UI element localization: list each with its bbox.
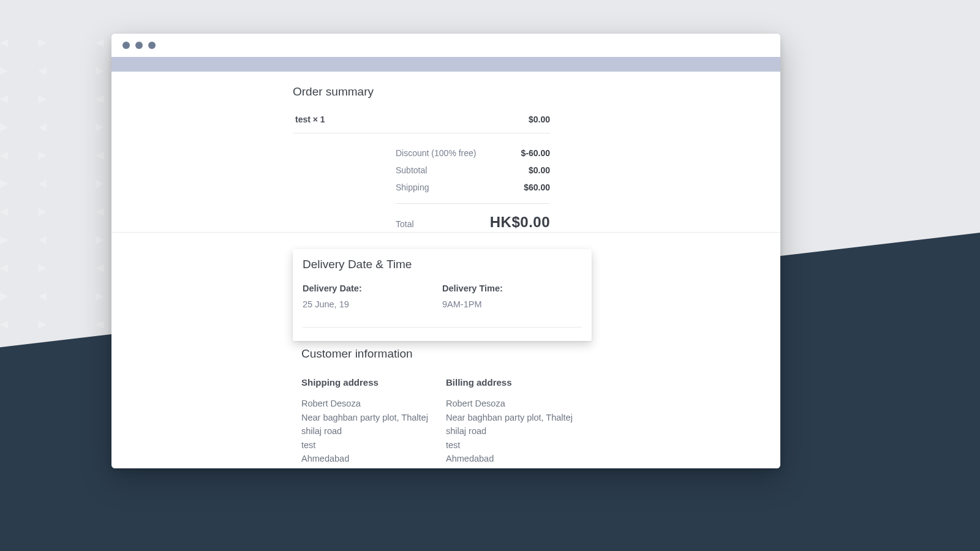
delivery-date-label: Delivery Date: (303, 283, 442, 293)
delivery-date-column: Delivery Date: 25 June, 19 (303, 283, 442, 309)
shipping-address-heading: Shipping address (301, 375, 443, 389)
shipping-address-column: Shipping address Robert Desoza Near bagh… (301, 375, 443, 468)
shipping-extra: test (301, 438, 443, 452)
grand-total-label: Total (396, 219, 414, 229)
shipping-row: Shipping $60.00 (396, 179, 550, 196)
billing-address-column: Billing address Robert Desoza Near baghb… (446, 375, 588, 468)
order-summary-section: Order summary test × 1 $0.00 Discount (1… (293, 85, 550, 234)
shipping-street: Near baghban party plot, Thaltej shilaj … (301, 411, 443, 438)
delivery-card: Delivery Date & Time Delivery Date: 25 J… (293, 249, 592, 341)
shipping-city: Ahmedabad (301, 452, 443, 465)
address-columns: Shipping address Robert Desoza Near bagh… (301, 375, 693, 468)
subtotal-label: Subtotal (396, 165, 427, 175)
shipping-region: Hong Kong Island Hong Kong SAR (301, 466, 443, 468)
discount-label: Discount (100% free) (396, 148, 477, 158)
traffic-light-close-icon[interactable] (123, 42, 130, 49)
line-item-price: $0.00 (529, 114, 550, 124)
line-item-row: test × 1 $0.00 (293, 112, 550, 133)
discount-row: Discount (100% free) $-60.00 (396, 144, 550, 162)
billing-city: Ahmedabad (446, 452, 588, 465)
billing-address-heading: Billing address (446, 375, 588, 389)
window-body: Order summary test × 1 $0.00 Discount (1… (111, 72, 780, 468)
section-divider (111, 232, 780, 233)
shipping-label: Shipping (396, 182, 429, 192)
billing-extra: test (446, 438, 588, 452)
delivery-time-label: Delivery Time: (442, 283, 582, 293)
browser-window: Order summary test × 1 $0.00 Discount (1… (111, 34, 780, 468)
totals-block: Discount (100% free) $-60.00 Subtotal $0… (396, 144, 550, 234)
window-header-band (111, 57, 780, 72)
subtotal-value: $0.00 (529, 165, 550, 175)
customer-info-section: Customer information Shipping address Ro… (301, 347, 693, 468)
window-titlebar (111, 34, 780, 57)
delivery-time-value: 9AM-1PM (442, 299, 582, 309)
traffic-light-minimize-icon[interactable] (135, 42, 143, 49)
totals-divider (396, 203, 550, 204)
traffic-light-zoom-icon[interactable] (148, 42, 156, 49)
subtotal-row: Subtotal $0.00 (396, 162, 550, 179)
line-item-name: test × 1 (293, 114, 325, 124)
customer-info-heading: Customer information (301, 347, 693, 361)
delivery-date-value: 25 June, 19 (303, 299, 442, 309)
delivery-heading: Delivery Date & Time (303, 258, 582, 271)
delivery-card-divider (303, 327, 582, 328)
grand-total-row: Total HK$0.00 (396, 210, 550, 234)
order-summary-heading: Order summary (293, 85, 550, 99)
billing-street: Near baghban party plot, Thaltej shilaj … (446, 411, 588, 438)
delivery-columns: Delivery Date: 25 June, 19 Delivery Time… (303, 283, 582, 309)
delivery-time-column: Delivery Time: 9AM-1PM (442, 283, 582, 309)
discount-value: $-60.00 (521, 148, 550, 158)
grand-total-value: HK$0.00 (490, 214, 550, 231)
billing-region: Hong Kong Island Hong Kong SAR (446, 466, 588, 468)
billing-name: Robert Desoza (446, 397, 588, 410)
shipping-value: $60.00 (524, 182, 550, 192)
shipping-name: Robert Desoza (301, 397, 443, 410)
